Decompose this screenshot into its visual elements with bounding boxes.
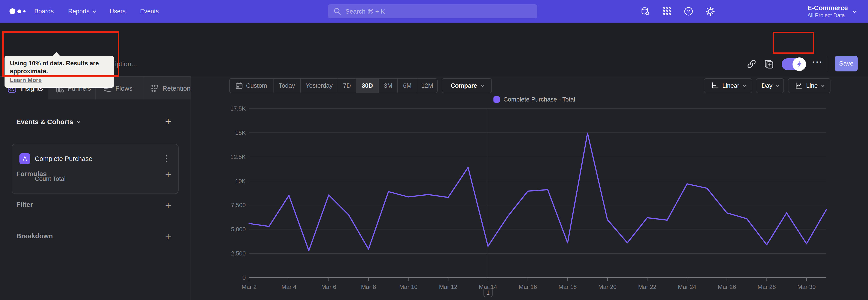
x-axis-tick-label: Mar 30 bbox=[797, 283, 815, 290]
legend-swatch bbox=[493, 96, 500, 102]
range-custom[interactable]: Custom bbox=[230, 79, 273, 93]
nav-item-boards[interactable]: Boards bbox=[34, 8, 54, 15]
formulas-section: Formulas + bbox=[0, 167, 191, 181]
data-management-icon[interactable] bbox=[634, 0, 656, 23]
scale-label: Linear bbox=[722, 82, 739, 89]
settings-gear-icon[interactable] bbox=[700, 0, 721, 23]
event-letter-badge: A bbox=[20, 153, 30, 164]
chevron-down-icon bbox=[92, 9, 96, 13]
range-yesterday[interactable]: Yesterday bbox=[300, 79, 338, 93]
query-sidebar: Events & Cohorts + A Complete Purchase C… bbox=[0, 99, 191, 300]
copy-link-icon[interactable] bbox=[744, 57, 759, 71]
range-30d[interactable]: 30D bbox=[356, 79, 378, 93]
learn-more-link[interactable]: Learn More bbox=[10, 77, 41, 84]
y-axis-tick-label: 5,000 bbox=[231, 226, 246, 233]
breakdown-section: Breakdown + bbox=[0, 230, 191, 243]
range-today[interactable]: Today bbox=[273, 79, 300, 93]
charttype-label: Line bbox=[806, 82, 817, 89]
chevron-down-icon bbox=[821, 84, 825, 87]
tab-retention[interactable]: Retention bbox=[143, 77, 191, 99]
y-axis-tick-label: 7,500 bbox=[231, 202, 246, 208]
chevron-down-icon bbox=[776, 84, 779, 87]
nav-item-events[interactable]: Events bbox=[140, 8, 159, 15]
more-options-button[interactable]: ⋯ bbox=[812, 56, 823, 68]
report-header: Untitled Sampled + Add description... ⋯ … bbox=[0, 23, 868, 77]
save-button[interactable]: Save bbox=[835, 56, 858, 71]
nav-item-users[interactable]: Users bbox=[110, 8, 126, 15]
x-axis-tick-label: Mar 26 bbox=[718, 283, 736, 290]
range-6m[interactable]: 6M bbox=[397, 79, 417, 93]
range-label: 6M bbox=[403, 82, 412, 89]
range-7d[interactable]: 7D bbox=[338, 79, 356, 93]
range-3m[interactable]: 3M bbox=[378, 79, 397, 93]
project-switcher[interactable]: E-Commerce All Project Data bbox=[807, 0, 856, 23]
date-range-control: Custom Today Yesterday 7D 30D 3M 6M 12M bbox=[229, 78, 438, 93]
range-label: Yesterday bbox=[306, 82, 333, 89]
x-axis-tick-label: Mar 20 bbox=[598, 283, 617, 290]
sampling-toggle[interactable] bbox=[782, 58, 805, 70]
nav-item-label: Events bbox=[140, 8, 159, 15]
add-breakdown-button[interactable]: + bbox=[162, 230, 175, 243]
x-axis-tick-label: Mar 4 bbox=[281, 283, 296, 290]
pagination-page-button[interactable]: 1 bbox=[484, 288, 493, 297]
divider bbox=[828, 57, 828, 71]
mixpanel-logo-icon[interactable] bbox=[9, 0, 26, 23]
filter-label: Filter bbox=[16, 201, 33, 208]
y-axis-tick-label: 2,500 bbox=[231, 250, 246, 257]
interval-dropdown[interactable]: Day bbox=[756, 78, 784, 93]
x-axis-tick-label: Mar 10 bbox=[399, 283, 417, 290]
x-axis-tick-label: Mar 28 bbox=[757, 283, 776, 290]
filter-section: Filter + bbox=[0, 198, 191, 212]
chart-panel: Custom Today Yesterday 7D 30D 3M 6M 12M … bbox=[191, 77, 868, 300]
events-cohorts-header[interactable]: Events & Cohorts bbox=[16, 118, 80, 126]
retention-icon bbox=[151, 84, 159, 93]
event-title: Complete Purchase bbox=[35, 155, 92, 162]
top-nav: Boards Reports Users Events Search ⌘ + K… bbox=[0, 0, 868, 23]
nav-item-label: Reports bbox=[68, 8, 90, 15]
compare-button[interactable]: Compare bbox=[442, 78, 492, 93]
legend-label: Complete Purchase - Total bbox=[503, 96, 575, 103]
breakdown-label: Breakdown bbox=[16, 232, 53, 240]
x-axis-tick-label: Mar 2 bbox=[242, 283, 256, 290]
y-axis-tick-label: 10K bbox=[235, 178, 246, 184]
range-label: 7D bbox=[343, 82, 351, 89]
range-label: 3M bbox=[384, 82, 393, 89]
help-icon[interactable]: ? bbox=[678, 0, 700, 23]
event-kebab-menu-icon[interactable] bbox=[161, 153, 171, 164]
range-label: 30D bbox=[362, 82, 373, 89]
scale-dropdown[interactable]: Linear bbox=[704, 78, 752, 93]
add-event-button[interactable]: + bbox=[162, 115, 175, 127]
nav-item-label: Users bbox=[110, 8, 126, 15]
add-filter-button[interactable]: + bbox=[162, 199, 175, 212]
nav-item-label: Boards bbox=[34, 8, 54, 15]
charttype-dropdown[interactable]: Line bbox=[788, 78, 831, 93]
add-formula-button[interactable]: + bbox=[162, 168, 175, 181]
insights-line-chart[interactable]: 02,5005,0007,50010K12.5K15K17.5KMar 2Mar… bbox=[191, 94, 868, 294]
range-12m[interactable]: 12M bbox=[417, 79, 437, 93]
search-placeholder: Search ⌘ + K bbox=[345, 8, 385, 15]
sampling-tooltip: Using 10% of data. Results are approxima… bbox=[4, 56, 114, 88]
svg-text:?: ? bbox=[687, 8, 690, 14]
search-input[interactable]: Search ⌘ + K bbox=[328, 4, 537, 18]
nav-items: Boards Reports Users Events bbox=[34, 0, 159, 23]
tooltip-text: Using 10% of data. Results are approxima… bbox=[10, 59, 108, 75]
line-chart-icon bbox=[795, 82, 802, 90]
y-axis-tick-label: 15K bbox=[235, 129, 246, 136]
range-label: 12M bbox=[421, 82, 433, 89]
nav-item-reports[interactable]: Reports bbox=[68, 8, 95, 15]
linear-axis-icon bbox=[711, 82, 719, 90]
project-name: E-Commerce bbox=[807, 4, 848, 12]
chevron-down-icon bbox=[852, 9, 857, 13]
x-axis-tick-label: Mar 22 bbox=[638, 283, 656, 290]
tab-label: Retention bbox=[162, 85, 191, 92]
calendar-icon bbox=[236, 82, 243, 89]
chevron-down-icon bbox=[743, 84, 746, 87]
chart-line bbox=[249, 133, 827, 250]
x-axis-tick-label: Mar 8 bbox=[361, 283, 376, 290]
x-axis-tick-label: Mar 18 bbox=[559, 283, 577, 290]
nav-icon-group: ? bbox=[634, 0, 721, 23]
apps-grid-icon[interactable] bbox=[656, 0, 678, 23]
range-label: Custom bbox=[246, 82, 267, 89]
y-axis-tick-label: 17.5K bbox=[230, 105, 246, 112]
add-to-board-icon[interactable] bbox=[761, 57, 776, 71]
